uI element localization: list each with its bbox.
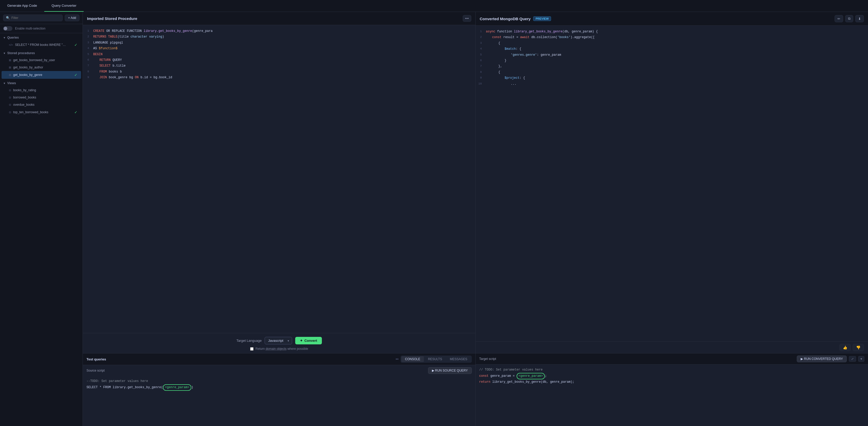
left-panel-menu-button[interactable]: •••: [463, 15, 471, 22]
tab-query-converter[interactable]: Query Converter: [44, 0, 84, 12]
sidebar-item-query-1[interactable]: </> SELECT * FROM books WHERE "bookOfTh.…: [2, 41, 81, 49]
sidebar-item-view-3[interactable]: ⊙ overdue_books: [2, 101, 81, 108]
view-item-label-1: books_by_rating: [13, 88, 36, 92]
converted-line-7: 7 },: [476, 63, 868, 69]
run-converted-query-button[interactable]: ▶ RUN CONVERTED QUERY: [797, 356, 847, 362]
edit-button[interactable]: ✏: [835, 15, 843, 22]
sidebar-item-view-1[interactable]: ⊙ books_by_rating: [2, 87, 81, 94]
test-queries-label: Test queries: [87, 357, 106, 361]
collapse-button[interactable]: ▾: [858, 356, 864, 362]
toggle-row: Enable multi-selection: [0, 24, 83, 33]
tab-messages[interactable]: MESSAGES: [446, 356, 471, 362]
tab-results[interactable]: RESULTS: [425, 356, 446, 362]
thumbs-down-button[interactable]: 👎: [853, 344, 864, 351]
target-const-keyword: const: [479, 374, 491, 378]
sidebar: 🔍 + Add Enable multi-selection ▼ Queries…: [0, 12, 83, 426]
search-icon: 🔍: [6, 16, 10, 20]
sidebar-item-sp-3[interactable]: ⊞ get_books_by_genre ✓: [2, 71, 81, 79]
sidebar-item-sp-1[interactable]: ⊞ get_books_borrowed_by_user: [2, 56, 81, 64]
tab-console[interactable]: CONSOLE: [401, 356, 424, 362]
left-panel-title: Imported Stored Procedure: [87, 16, 137, 21]
run-source-query-button[interactable]: ▶ RUN SOURCE QUERY: [428, 367, 472, 374]
domain-objects-label: domain objects: [266, 347, 287, 350]
query-icon: </>: [9, 43, 13, 47]
feedback-row: 👍 👎: [476, 342, 868, 353]
target-semicolon: ;: [545, 374, 547, 378]
sidebar-item-view-4[interactable]: ⊙ top_ten_borrowed_books ✓: [2, 108, 81, 116]
sp-item-label-3: get_books_by_genre: [13, 73, 42, 77]
queries-chevron: ▼: [3, 36, 6, 39]
right-panel-title: Converted MongoDB Query: [480, 17, 531, 21]
code-line-5: 5 BEGIN: [83, 52, 475, 57]
code-line-6: 6 RETURN QUERY: [83, 57, 475, 63]
converted-line-3: 3 {: [476, 40, 868, 46]
code-line-7: 7 SELECT b.title: [83, 63, 475, 69]
stored-procedures-chevron: ▼: [3, 52, 6, 55]
source-code-area: 1 CREATE OR REPLACE FUNCTION library.get…: [83, 25, 475, 333]
target-return-keyword: return: [479, 380, 492, 384]
target-return-line: return library_get_books_by_genre(db, ge…: [479, 379, 865, 385]
sidebar-item-sp-2[interactable]: ⊞ get_books_by_author: [2, 64, 81, 71]
top-panels: Imported Stored Procedure ••• 1 CREATE O…: [83, 12, 868, 353]
code-line-2: 2 RETURNS TABLE(title character varying): [83, 34, 475, 40]
converted-code-area: 1 async function library_get_books_by_ge…: [476, 26, 868, 342]
view-icon-2: ⊙: [9, 96, 11, 99]
sp-check-icon-3: ✓: [74, 73, 78, 77]
view-icon-1: ⊙: [9, 89, 11, 92]
add-button[interactable]: + Add: [65, 15, 80, 21]
converted-line-9: 9 $project: {: [476, 75, 868, 81]
converted-line-6: 6 }: [476, 58, 868, 63]
converted-line-8: 8 {: [476, 69, 868, 75]
converted-line-1: 1 async function library_get_books_by_ge…: [476, 29, 868, 34]
convert-label: Convert: [304, 339, 317, 343]
target-language-label: Target Language: [237, 339, 262, 343]
converted-line-2: 2 const result = await db.collection('bo…: [476, 34, 868, 40]
genre-param-highlight-source: <genre_param>: [163, 384, 191, 391]
right-panel-title-group: Converted MongoDB Query PREVIEW: [480, 16, 551, 21]
convert-icon: ✦: [300, 339, 303, 343]
source-close-paren: ): [191, 386, 193, 389]
views-section-header[interactable]: ▼ Views: [0, 79, 83, 87]
view-icon-4: ⊙: [9, 111, 11, 114]
tab-generate-app-code[interactable]: Generate App Code: [0, 0, 44, 12]
query-check-icon-1: ✓: [74, 43, 78, 47]
converted-line-4: 4 $match: {: [476, 46, 868, 52]
console-tabs-group: CONSOLE RESULTS MESSAGES: [401, 356, 472, 363]
target-param-name: genre_param =: [491, 374, 517, 378]
view-item-label-2: borrowed_books: [13, 95, 36, 99]
copy-button[interactable]: ⧉: [845, 15, 853, 22]
language-select[interactable]: Javascript Python TypeScript: [265, 337, 292, 344]
queries-section-header[interactable]: ▼ Queries: [0, 33, 83, 41]
divider-dots: ••: [396, 357, 399, 362]
target-script-label: Target script: [479, 357, 496, 361]
bottom-panels: Test queries •• CONSOLE RESULTS MESSAGES…: [83, 353, 868, 426]
stored-procedures-section-header[interactable]: ▼ Stored procedures: [0, 49, 83, 56]
multi-selection-toggle[interactable]: [3, 26, 12, 31]
converted-line-10: 10 ...: [476, 81, 868, 87]
content-area: Imported Stored Procedure ••• 1 CREATE O…: [83, 12, 868, 426]
target-return-value: library_get_books_by_genre(db, genre_par…: [492, 380, 575, 384]
view-item-label-3: overdue_books: [13, 103, 34, 107]
domain-checkbox-row: Return domain objects where possible: [250, 347, 308, 350]
converted-line-5: 5 'genres.genre': genre_param: [476, 52, 868, 58]
bottom-left-header: Test queries •• CONSOLE RESULTS MESSAGES: [83, 353, 475, 365]
source-select-text: SELECT * FROM library.get_books_by_genre…: [87, 386, 163, 389]
expand-button[interactable]: ⤢: [849, 356, 856, 362]
sidebar-item-view-2[interactable]: ⊙ borrowed_books: [2, 94, 81, 101]
convert-button[interactable]: ✦ Convert: [295, 337, 321, 344]
top-nav: Generate App Code Query Converter: [0, 0, 868, 12]
preview-badge: PREVIEW: [533, 16, 551, 21]
code-line-8: 8 FROM books b: [83, 69, 475, 75]
sp-item-label-2: get_books_by_author: [13, 65, 43, 69]
download-button[interactable]: ⬇: [855, 15, 864, 22]
right-panel: Converted MongoDB Query PREVIEW ✏ ⧉ ⬇ 1: [476, 12, 868, 353]
search-box[interactable]: 🔍: [3, 15, 63, 21]
filter-input[interactable]: [11, 16, 60, 20]
thumbs-up-button[interactable]: 👍: [839, 344, 851, 351]
main-layout: 🔍 + Add Enable multi-selection ▼ Queries…: [0, 12, 868, 426]
sp-icon-1: ⊞: [9, 59, 11, 62]
bottom-right-panel: Target script ▶ RUN CONVERTED QUERY ⤢ ▾ …: [476, 353, 868, 426]
code-line-3: 3 LANGUAGE plpgsql: [83, 40, 475, 46]
domain-checkbox[interactable]: [250, 347, 253, 350]
right-panel-header: Converted MongoDB Query PREVIEW ✏ ⧉ ⬇: [476, 12, 868, 26]
